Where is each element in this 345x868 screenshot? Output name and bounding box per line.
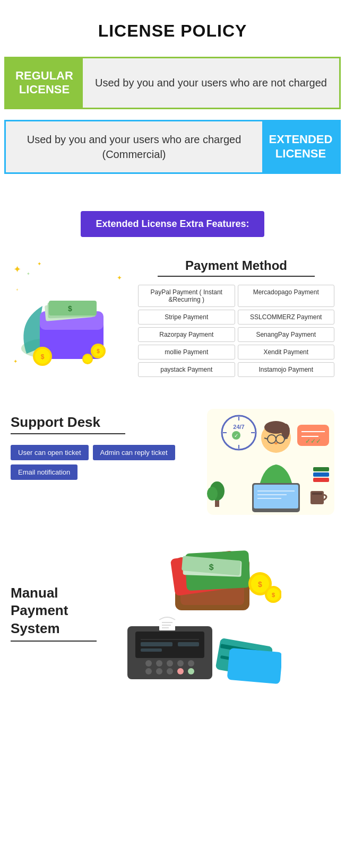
payment-method-badge: Mercadopago Payment [238,285,335,307]
support-divider [11,433,125,434]
svg-text:✓: ✓ [234,433,238,439]
support-feature-badge: Admin can reply ticket [93,445,175,460]
sparkle-icon: ✦ [13,358,18,364]
payment-method-badge: Xendit Payment [238,345,335,360]
manual-payment-left: Manual Payment System [11,584,106,647]
extra-features-section: Extended License Extra Features: [0,195,345,242]
payment-method-badge: Instamojo Payment [238,362,335,377]
svg-rect-5 [49,301,97,315]
svg-text:$: $ [68,304,72,313]
svg-rect-77 [178,642,199,646]
svg-point-26 [281,424,290,439]
svg-point-14 [84,355,91,363]
payment-method-badge: SSLCOMMERZ Payment [238,310,335,325]
sparkle-icon: ✦ [37,261,41,267]
svg-point-73 [177,668,184,674]
payment-grid: PayPal Payment ( Instant &Recurring )Mer… [138,285,334,377]
svg-rect-78 [141,648,162,652]
regular-license-description: Used by you and your users who are not c… [83,58,339,108]
svg-text:24/7: 24/7 [233,424,244,430]
svg-rect-48 [313,472,329,477]
svg-rect-86 [227,648,281,684]
svg-text:$: $ [209,563,214,572]
payment-section: ✦ ✦ ✦ ✦ + ✦ $ $ [0,242,345,388]
payment-method-badge: paystack Payment [138,362,235,377]
payment-title: Payment Method [138,258,334,273]
manual-payment-divider [11,641,97,642]
extended-license-label: EXTENDED LICENSE [262,121,339,172]
extended-license-row: Used by you and your users who are charg… [4,120,341,174]
manual-payment-title: Manual Payment System [11,584,106,638]
svg-point-32 [274,442,278,444]
svg-text:✓✓✓: ✓✓✓ [305,437,321,445]
support-agent-svg: 24/7 ✓ [207,409,334,515]
svg-rect-76 [141,642,172,646]
payment-method-badge: Stripe Payment [138,310,235,325]
manual-payment-section: Manual Payment System $ $ $ [0,525,345,695]
manual-payment-svg: $ $ $ [111,547,281,685]
svg-text:$: $ [272,592,275,598]
svg-point-69 [188,660,194,667]
support-feature-badge: Email notification [11,464,77,480]
svg-rect-46 [312,493,322,495]
svg-text:$: $ [97,348,100,354]
svg-point-72 [167,668,173,674]
support-badges: User can open ticketAdmin can reply tick… [11,445,202,480]
svg-point-65 [145,660,152,667]
payment-method-badge: Razorpay Payment [138,327,235,342]
payment-method-badge: PayPal Payment ( Instant &Recurring ) [138,285,235,307]
sparkle-icon: ✦ [117,274,122,282]
svg-point-44 [207,487,218,501]
support-illustration: 24/7 ✓ [207,409,334,515]
svg-point-74 [188,668,194,674]
support-left: Support Desk User can open ticketAdmin c… [11,409,202,485]
payment-illustration: ✦ ✦ ✦ ✦ + ✦ $ $ [11,258,127,375]
license-section: REGULAR LICENSE Used by you and your use… [0,57,345,195]
page-title: LICENSE POLICY [0,0,345,57]
svg-point-68 [177,660,184,667]
extended-license-description: Used by you and your users who are charg… [6,121,262,172]
payment-divider [158,276,315,277]
support-title: Support Desk [11,414,202,431]
manual-payment-illustration: $ $ $ [111,547,334,685]
sparkle-icon: ✦ [13,264,21,275]
svg-point-67 [167,660,173,667]
sparkle-icon: ✦ [27,271,30,276]
payment-method-badge: mollie Payment [138,345,235,360]
svg-text:$: $ [41,353,45,361]
sparkle-icon: + [16,287,19,292]
svg-point-70 [145,668,152,674]
regular-license-label: REGULAR LICENSE [6,58,83,108]
svg-rect-34 [254,485,298,508]
extra-features-button[interactable]: Extended License Extra Features: [81,211,264,237]
svg-rect-49 [313,467,329,471]
regular-license-row: REGULAR LICENSE Used by you and your use… [4,57,341,109]
svg-point-71 [156,668,162,674]
svg-text:$: $ [258,580,262,589]
svg-rect-47 [313,478,329,482]
svg-point-66 [156,660,162,667]
payment-method-badge: SenangPay Payment [238,327,335,342]
payment-right: Payment Method PayPal Payment ( Instant … [138,258,334,377]
support-feature-badge: User can open ticket [11,445,89,460]
support-section: Support Desk User can open ticketAdmin c… [0,388,345,525]
